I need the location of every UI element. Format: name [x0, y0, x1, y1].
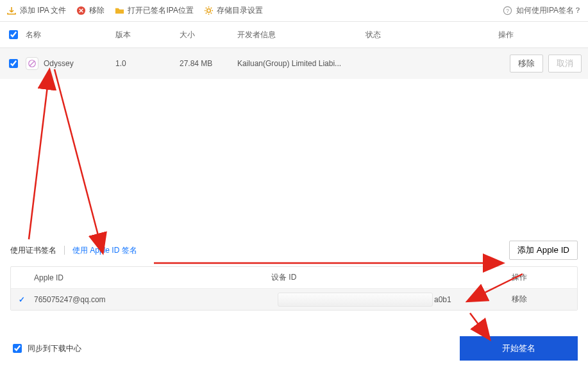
folder-icon [115, 6, 124, 15]
col-ops: 操作 [498, 30, 582, 40]
appleid-header: Apple ID 设备 ID 操作 [11, 267, 577, 289]
col-size: 大小 [180, 30, 237, 40]
storage-settings-button[interactable]: 存储目录设置 [204, 5, 263, 16]
appleid-row[interactable]: ✓ 765075247@qq.com a0b1 移除 [11, 289, 577, 310]
add-ipa-button[interactable]: 添加 IPA 文件 [6, 5, 66, 16]
sync-cb[interactable] [13, 344, 22, 353]
col-developer: 开发者信息 [237, 30, 365, 40]
svg-point-1 [207, 9, 211, 13]
help-icon: ? [503, 6, 512, 15]
sign-tabs: 使用证书签名 使用 Apple ID 签名 添加 Apple ID [10, 241, 578, 260]
row-remove-button[interactable]: 移除 [510, 55, 543, 73]
open-location-label: 打开已签名IPA位置 [128, 5, 193, 16]
row-size: 27.84 MB [180, 59, 237, 68]
storage-settings-label: 存储目录设置 [217, 5, 263, 16]
remove-button[interactable]: 移除 [76, 5, 105, 16]
sync-checkbox[interactable]: 同步到下载中心 [10, 342, 81, 355]
table-row: Odyssey 1.0 27.84 MB Kailuan(Group) Limi… [0, 48, 588, 79]
tab-appleid[interactable]: 使用 Apple ID 签名 [72, 245, 137, 256]
col-apple-id: Apple ID [34, 273, 271, 282]
col-id-ops: 操作 [512, 272, 569, 283]
row-apple-id: 765075247@qq.com [34, 295, 271, 304]
signing-panel: 使用证书签名 使用 Apple ID 签名 添加 Apple ID Apple … [10, 241, 578, 361]
tab-cert[interactable]: 使用证书签名 [10, 245, 56, 256]
device-suffix: a0b1 [434, 295, 451, 304]
select-all-checkbox[interactable] [9, 30, 18, 39]
add-ipa-label: 添加 IPA 文件 [20, 5, 66, 16]
divider [64, 246, 65, 255]
app-name: Odyssey [44, 59, 74, 68]
app-icon [26, 57, 38, 70]
open-location-button[interactable]: 打开已签名IPA位置 [115, 5, 193, 16]
col-name: 名称 [26, 30, 115, 40]
svg-line-5 [29, 71, 49, 239]
footer: 同步到下载中心 开始签名 [10, 336, 578, 361]
row-cancel-button[interactable]: 取消 [548, 55, 582, 73]
row-developer: Kailuan(Group) Limited Liabi... [237, 59, 365, 68]
gear-icon [204, 6, 214, 15]
row-id-remove[interactable]: 移除 [512, 294, 569, 305]
col-version: 版本 [115, 30, 180, 40]
svg-text:?: ? [506, 8, 509, 14]
remove-label: 移除 [89, 5, 105, 16]
help-link[interactable]: ? 如何使用IPA签名？ [503, 5, 582, 16]
appleid-table: Apple ID 设备 ID 操作 ✓ 765075247@qq.com a0b… [10, 266, 578, 311]
remove-icon [76, 6, 86, 15]
row-checkbox[interactable] [9, 59, 18, 68]
svg-line-6 [55, 69, 103, 252]
sync-label: 同步到下载中心 [28, 343, 81, 354]
check-icon: ✓ [19, 295, 29, 304]
redacted-mask [278, 293, 433, 307]
start-sign-button[interactable]: 开始签名 [460, 336, 578, 361]
col-device-id: 设备 ID [271, 272, 512, 283]
row-version: 1.0 [115, 59, 180, 68]
toolbar: 添加 IPA 文件 移除 打开已签名IPA位置 存储目录设置 ? 如何使用IPA… [0, 0, 588, 22]
table-header: 名称 版本 大小 开发者信息 状态 操作 [0, 22, 588, 48]
download-icon [6, 6, 17, 16]
row-device-id: a0b1 [271, 295, 512, 304]
help-label: 如何使用IPA签名？ [516, 5, 582, 16]
add-appleid-button[interactable]: 添加 Apple ID [509, 241, 578, 260]
col-state: 状态 [365, 30, 494, 40]
